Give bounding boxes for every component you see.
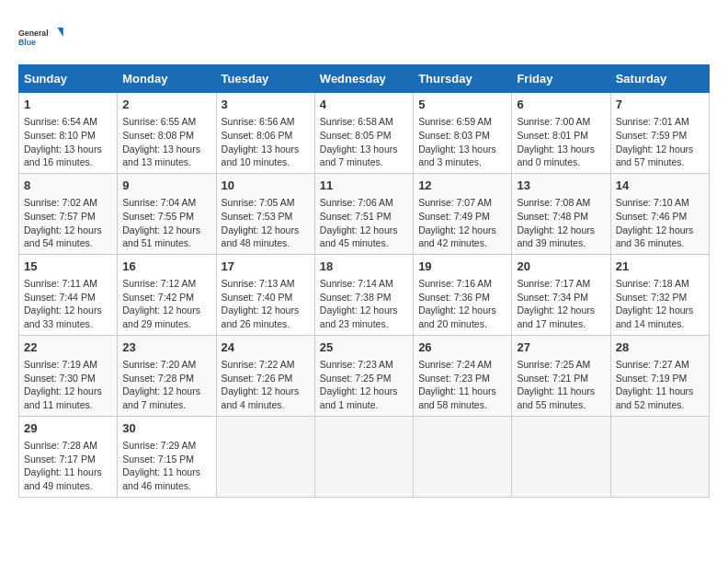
calendar-cell: 17Sunrise: 7:13 AMSunset: 7:40 PMDayligh… [216,254,314,335]
svg-text:General: General [18,29,49,38]
calendar-cell: 30Sunrise: 7:29 AMSunset: 7:15 PMDayligh… [118,416,216,497]
day-number: 14 [616,178,704,194]
day-number: 29 [24,420,112,437]
calendar-cell [610,416,709,497]
calendar-cell: 7Sunrise: 7:01 AMSunset: 7:59 PMDaylight… [610,93,709,174]
calendar-cell: 16Sunrise: 7:12 AMSunset: 7:42 PMDayligh… [118,254,216,335]
day-number: 13 [517,178,605,194]
calendar-cell [314,416,413,497]
day-number: 10 [222,178,310,194]
day-number: 26 [418,339,506,356]
calendar-cell [216,416,314,497]
calendar-cell: 9Sunrise: 7:04 AMSunset: 7:55 PMDaylight… [118,173,216,254]
day-number: 22 [24,339,112,356]
calendar-cell: 8Sunrise: 7:02 AMSunset: 7:57 PMDaylight… [19,173,118,254]
calendar-cell [512,416,610,497]
calendar-cell: 26Sunrise: 7:24 AMSunset: 7:23 PMDayligh… [414,335,512,416]
day-number: 28 [616,339,704,356]
calendar-cell: 2Sunrise: 6:55 AMSunset: 8:08 PMDaylight… [118,93,216,174]
calendar-cell: 6Sunrise: 7:00 AMSunset: 8:01 PMDaylight… [512,93,610,174]
page-header: General Blue [18,18,710,55]
day-number: 15 [24,259,112,275]
calendar-cell: 12Sunrise: 7:07 AMSunset: 7:49 PMDayligh… [414,173,512,254]
calendar-cell: 27Sunrise: 7:25 AMSunset: 7:21 PMDayligh… [512,335,610,416]
calendar-cell: 25Sunrise: 7:23 AMSunset: 7:25 PMDayligh… [314,335,413,416]
calendar-cell [414,416,512,497]
calendar-cell: 19Sunrise: 7:16 AMSunset: 7:36 PMDayligh… [414,254,512,335]
day-number: 23 [122,339,210,356]
calendar-cell: 1Sunrise: 6:54 AMSunset: 8:10 PMDaylight… [19,93,118,174]
calendar-cell: 28Sunrise: 7:27 AMSunset: 7:19 PMDayligh… [610,335,709,416]
calendar-cell: 10Sunrise: 7:05 AMSunset: 7:53 PMDayligh… [216,173,314,254]
day-number: 4 [320,97,408,113]
weekday-header: Friday [512,65,610,93]
day-number: 19 [418,259,506,275]
calendar-week-row: 22Sunrise: 7:19 AMSunset: 7:30 PMDayligh… [19,335,710,416]
weekday-header: Sunday [19,65,118,93]
day-number: 3 [222,97,310,113]
calendar-cell: 15Sunrise: 7:11 AMSunset: 7:44 PMDayligh… [19,254,118,335]
day-number: 6 [517,97,605,113]
calendar-cell: 11Sunrise: 7:06 AMSunset: 7:51 PMDayligh… [314,173,413,254]
logo-svg: General Blue [18,18,64,55]
calendar-week-row: 15Sunrise: 7:11 AMSunset: 7:44 PMDayligh… [19,254,710,335]
calendar-cell: 22Sunrise: 7:19 AMSunset: 7:30 PMDayligh… [19,335,118,416]
weekday-header-row: SundayMondayTuesdayWednesdayThursdayFrid… [19,65,710,93]
day-number: 12 [418,178,506,194]
day-number: 30 [122,420,210,437]
calendar-cell: 29Sunrise: 7:28 AMSunset: 7:17 PMDayligh… [19,416,118,497]
weekday-header: Thursday [414,65,512,93]
svg-marker-3 [58,28,63,37]
day-number: 5 [418,97,506,113]
day-number: 21 [616,259,704,275]
day-number: 7 [616,97,704,113]
calendar-cell: 18Sunrise: 7:14 AMSunset: 7:38 PMDayligh… [314,254,413,335]
calendar-cell: 24Sunrise: 7:22 AMSunset: 7:26 PMDayligh… [216,335,314,416]
weekday-header: Saturday [610,65,709,93]
calendar-cell: 3Sunrise: 6:56 AMSunset: 8:06 PMDaylight… [216,93,314,174]
weekday-header: Tuesday [216,65,314,93]
svg-text:Blue: Blue [18,38,36,47]
calendar-cell: 21Sunrise: 7:18 AMSunset: 7:32 PMDayligh… [610,254,709,335]
day-number: 24 [222,339,310,356]
weekday-header: Monday [118,65,216,93]
day-number: 2 [122,97,210,113]
calendar-week-row: 8Sunrise: 7:02 AMSunset: 7:57 PMDaylight… [19,173,710,254]
calendar-cell: 13Sunrise: 7:08 AMSunset: 7:48 PMDayligh… [512,173,610,254]
calendar-cell: 14Sunrise: 7:10 AMSunset: 7:46 PMDayligh… [610,173,709,254]
calendar-cell: 4Sunrise: 6:58 AMSunset: 8:05 PMDaylight… [314,93,413,174]
day-number: 11 [320,178,408,194]
calendar-table: SundayMondayTuesdayWednesdayThursdayFrid… [18,64,710,498]
day-number: 27 [517,339,605,356]
calendar-cell: 23Sunrise: 7:20 AMSunset: 7:28 PMDayligh… [118,335,216,416]
day-number: 25 [320,339,408,356]
day-number: 16 [122,259,210,275]
day-number: 18 [320,259,408,275]
weekday-header: Wednesday [314,65,413,93]
day-number: 20 [517,259,605,275]
logo: General Blue [18,18,64,55]
day-number: 9 [122,178,210,194]
calendar-cell: 20Sunrise: 7:17 AMSunset: 7:34 PMDayligh… [512,254,610,335]
calendar-cell: 5Sunrise: 6:59 AMSunset: 8:03 PMDaylight… [414,93,512,174]
calendar-week-row: 1Sunrise: 6:54 AMSunset: 8:10 PMDaylight… [19,93,710,174]
calendar-week-row: 29Sunrise: 7:28 AMSunset: 7:17 PMDayligh… [19,416,710,497]
day-number: 8 [24,178,112,194]
day-number: 1 [24,97,112,113]
day-number: 17 [222,259,310,275]
